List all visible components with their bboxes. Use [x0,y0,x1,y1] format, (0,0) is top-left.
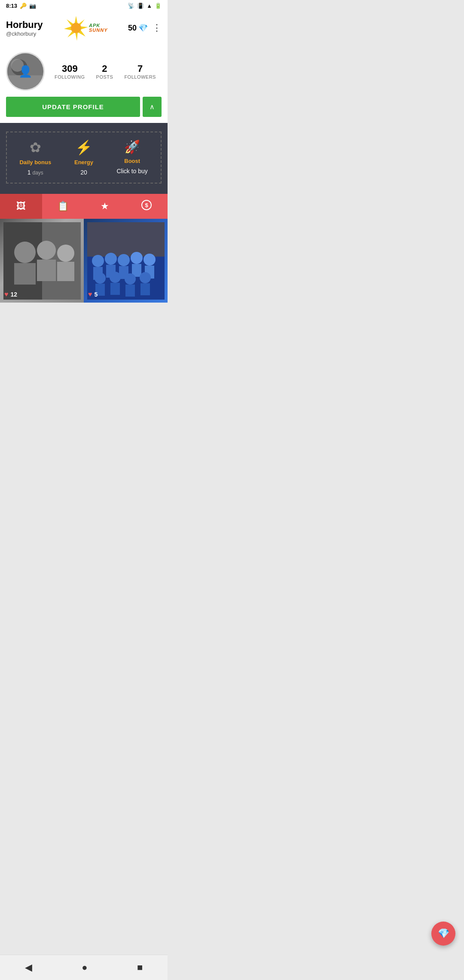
avatar-image: 👤 [7,52,43,91]
svg-point-34 [125,273,136,285]
logo-sunny: SUNNY [89,28,108,33]
svg-point-11 [14,242,36,263]
svg-rect-33 [110,283,120,295]
avatar[interactable]: 👤 [6,52,45,91]
diamond-icon: 💎 [138,23,148,33]
svg-point-36 [140,272,151,283]
post-like-overlay-2: ♥ 5 [88,291,98,298]
svg-rect-37 [140,283,150,295]
status-left: 8:13 🔑 📷 [6,3,36,9]
tab-favorites[interactable]: ★ [84,194,126,219]
boost-item[interactable]: 🚀 Boost Click to buy [108,139,156,176]
heart-icon-2: ♥ [88,291,92,298]
daily-bonus-item[interactable]: ✿ Daily bonus 1 days [11,139,60,176]
bonus-inner: ✿ Daily bonus 1 days ⚡ Energy 20 🚀 Boost… [6,132,162,184]
svg-point-28 [143,254,156,266]
posts-label: POSTS [96,74,113,80]
stats-container: 309 FOLLOWING 2 POSTS 7 FOLLOWERS [49,63,162,80]
post-item-1[interactable]: ♥ 12 [0,219,84,303]
heart-icon-1: ♥ [4,291,9,298]
tab-posts[interactable]: 📋 [42,194,84,219]
posts-count: 2 [96,63,113,74]
vibrate-icon: 📳 [137,3,144,9]
svg-point-26 [131,252,143,264]
status-bar: 8:13 🔑 📷 📡 📳 ▲ 🔋 [0,0,168,12]
post-item-2[interactable]: ♥ 5 [84,219,168,303]
status-right: 📡 📳 ▲ 🔋 [128,3,162,9]
svg-rect-16 [57,262,74,281]
update-profile-row: UPDATE PROFILE ∧ [6,97,162,123]
empty-area [0,303,168,432]
svg-point-1 [71,23,81,33]
sun-icon [63,15,89,41]
svg-point-30 [95,273,106,284]
svg-rect-12 [14,263,36,285]
like-count-2: 5 [95,291,98,298]
followers-label: FOLLOWERS [124,74,156,80]
update-profile-button[interactable]: UPDATE PROFILE [6,97,140,117]
svg-rect-14 [37,260,56,281]
rocket-icon: 🚀 [124,139,140,154]
svg-text:👤: 👤 [18,64,33,78]
lightning-icon: ⚡ [75,139,92,156]
energy-label: Energy [74,159,93,165]
svg-rect-35 [125,285,135,297]
battery-icon: 🔋 [155,3,162,9]
following-label: FOLLOWING [55,74,85,80]
screenshot-icon: 📷 [29,3,36,9]
like-count-1: 12 [11,291,18,298]
wifi-icon: ▲ [147,3,152,9]
expand-button[interactable]: ∧ [143,97,162,117]
favorites-icon: ★ [101,201,109,212]
posts-stat[interactable]: 2 POSTS [96,63,113,80]
post-like-overlay-1: ♥ 12 [4,291,17,298]
following-stat[interactable]: 309 FOLLOWING [55,63,85,80]
user-handle: @ckhorbury [6,31,43,37]
diamond-count: 50 💎 [128,23,148,33]
following-count: 309 [55,63,85,74]
tab-bar: 🖼 📋 ★ $ [0,194,168,219]
svg-point-22 [105,253,117,265]
username: Horbury [6,19,43,31]
posts-grid: ♥ 12 [0,219,168,303]
status-time: 8:13 [6,3,17,9]
photos-icon: 🖼 [16,201,26,212]
svg-text:$: $ [145,202,149,208]
svg-point-32 [110,272,121,283]
svg-point-24 [118,254,130,266]
post-image-1 [0,219,84,303]
followers-count: 7 [124,63,156,74]
key-icon: 🔑 [20,3,27,9]
more-menu-button[interactable]: ⋮ [152,22,162,34]
daily-bonus-label: Daily bonus [19,159,51,165]
coins-icon: $ [141,200,152,213]
post-image-2 [84,219,168,303]
posts-icon: 📋 [57,201,69,212]
header: Horbury @ckhorbury APK SUNNY 50 💎 ⋮ [0,12,168,46]
profile-stats: 👤 309 FOLLOWING 2 POSTS 7 FOLLOWERS [6,52,162,91]
diamond-number: 50 [128,24,137,33]
followers-stat[interactable]: 7 FOLLOWERS [124,63,156,80]
daily-bonus-value: 1 days [27,169,43,176]
daily-bonus-days: days [33,170,43,176]
svg-point-13 [37,241,56,260]
svg-point-15 [57,245,74,262]
boost-value: Click to buy [117,168,148,175]
header-user-info: Horbury @ckhorbury [6,19,43,37]
header-right: 50 💎 ⋮ [128,22,162,34]
tab-coins[interactable]: $ [126,194,168,219]
svg-rect-18 [87,222,165,257]
app-logo: APK SUNNY [63,15,108,41]
bonus-section: ✿ Daily bonus 1 days ⚡ Energy 20 🚀 Boost… [0,123,168,194]
energy-item[interactable]: ⚡ Energy 20 [60,139,108,176]
tab-photos[interactable]: 🖼 [0,194,42,219]
boost-label: Boost [124,158,140,164]
cast-icon: 📡 [128,3,134,9]
energy-value: 20 [80,169,87,176]
svg-point-20 [92,255,104,267]
rose-icon: ✿ [30,139,41,156]
profile-section: 👤 309 FOLLOWING 2 POSTS 7 FOLLOWERS UPDA… [0,46,168,123]
